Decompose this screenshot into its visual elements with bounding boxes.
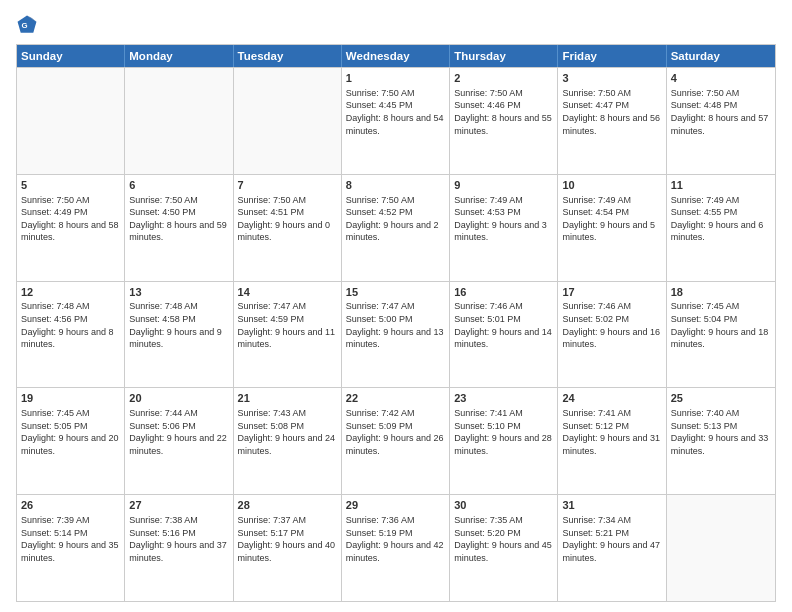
cell-info: Sunrise: 7:50 AM bbox=[346, 194, 445, 207]
cell-info: Sunset: 5:20 PM bbox=[454, 527, 553, 540]
cell-info: Sunrise: 7:46 AM bbox=[562, 300, 661, 313]
cell-info: Daylight: 9 hours and 47 minutes. bbox=[562, 539, 661, 564]
cell-info: Sunrise: 7:39 AM bbox=[21, 514, 120, 527]
cell-info: Sunrise: 7:50 AM bbox=[129, 194, 228, 207]
day-number: 11 bbox=[671, 178, 771, 193]
header-day-monday: Monday bbox=[125, 45, 233, 67]
day-number: 22 bbox=[346, 391, 445, 406]
day-number: 4 bbox=[671, 71, 771, 86]
cell-info: Sunset: 5:19 PM bbox=[346, 527, 445, 540]
cell-info: Sunset: 5:06 PM bbox=[129, 420, 228, 433]
cal-cell: 31Sunrise: 7:34 AMSunset: 5:21 PMDayligh… bbox=[558, 495, 666, 601]
cell-info: Sunrise: 7:35 AM bbox=[454, 514, 553, 527]
cal-cell: 14Sunrise: 7:47 AMSunset: 4:59 PMDayligh… bbox=[234, 282, 342, 388]
cell-info: Sunrise: 7:37 AM bbox=[238, 514, 337, 527]
cell-info: Sunset: 4:52 PM bbox=[346, 206, 445, 219]
cell-info: Sunrise: 7:50 AM bbox=[238, 194, 337, 207]
day-number: 9 bbox=[454, 178, 553, 193]
cell-info: Daylight: 9 hours and 8 minutes. bbox=[21, 326, 120, 351]
day-number: 3 bbox=[562, 71, 661, 86]
cal-cell bbox=[234, 68, 342, 174]
cal-cell: 1Sunrise: 7:50 AMSunset: 4:45 PMDaylight… bbox=[342, 68, 450, 174]
cell-info: Daylight: 9 hours and 45 minutes. bbox=[454, 539, 553, 564]
day-number: 13 bbox=[129, 285, 228, 300]
cell-info: Sunrise: 7:36 AM bbox=[346, 514, 445, 527]
header-day-sunday: Sunday bbox=[17, 45, 125, 67]
cell-info: Daylight: 9 hours and 3 minutes. bbox=[454, 219, 553, 244]
cell-info: Sunrise: 7:44 AM bbox=[129, 407, 228, 420]
cell-info: Sunset: 4:50 PM bbox=[129, 206, 228, 219]
page: G SundayMondayTuesdayWednesdayThursdayFr… bbox=[0, 0, 792, 612]
day-number: 7 bbox=[238, 178, 337, 193]
cal-cell: 25Sunrise: 7:40 AMSunset: 5:13 PMDayligh… bbox=[667, 388, 775, 494]
day-number: 14 bbox=[238, 285, 337, 300]
day-number: 17 bbox=[562, 285, 661, 300]
cal-cell: 30Sunrise: 7:35 AMSunset: 5:20 PMDayligh… bbox=[450, 495, 558, 601]
cell-info: Sunset: 4:51 PM bbox=[238, 206, 337, 219]
cell-info: Sunset: 5:08 PM bbox=[238, 420, 337, 433]
cell-info: Daylight: 8 hours and 57 minutes. bbox=[671, 112, 771, 137]
day-number: 26 bbox=[21, 498, 120, 513]
cal-cell: 3Sunrise: 7:50 AMSunset: 4:47 PMDaylight… bbox=[558, 68, 666, 174]
cell-info: Sunrise: 7:38 AM bbox=[129, 514, 228, 527]
day-number: 31 bbox=[562, 498, 661, 513]
cell-info: Sunset: 4:48 PM bbox=[671, 99, 771, 112]
cell-info: Daylight: 8 hours and 56 minutes. bbox=[562, 112, 661, 137]
logo: G bbox=[16, 14, 42, 36]
cell-info: Daylight: 9 hours and 42 minutes. bbox=[346, 539, 445, 564]
cal-cell: 27Sunrise: 7:38 AMSunset: 5:16 PMDayligh… bbox=[125, 495, 233, 601]
cal-cell: 10Sunrise: 7:49 AMSunset: 4:54 PMDayligh… bbox=[558, 175, 666, 281]
cal-cell: 20Sunrise: 7:44 AMSunset: 5:06 PMDayligh… bbox=[125, 388, 233, 494]
cal-cell: 29Sunrise: 7:36 AMSunset: 5:19 PMDayligh… bbox=[342, 495, 450, 601]
cell-info: Sunrise: 7:34 AM bbox=[562, 514, 661, 527]
cell-info: Sunset: 5:01 PM bbox=[454, 313, 553, 326]
cell-info: Sunrise: 7:47 AM bbox=[238, 300, 337, 313]
cell-info: Sunset: 5:16 PM bbox=[129, 527, 228, 540]
day-number: 29 bbox=[346, 498, 445, 513]
cell-info: Sunrise: 7:50 AM bbox=[454, 87, 553, 100]
cell-info: Daylight: 9 hours and 5 minutes. bbox=[562, 219, 661, 244]
day-number: 20 bbox=[129, 391, 228, 406]
calendar-body: 1Sunrise: 7:50 AMSunset: 4:45 PMDaylight… bbox=[17, 67, 775, 601]
cell-info: Daylight: 9 hours and 31 minutes. bbox=[562, 432, 661, 457]
cell-info: Daylight: 9 hours and 11 minutes. bbox=[238, 326, 337, 351]
cal-cell: 16Sunrise: 7:46 AMSunset: 5:01 PMDayligh… bbox=[450, 282, 558, 388]
cell-info: Daylight: 9 hours and 18 minutes. bbox=[671, 326, 771, 351]
cell-info: Sunset: 4:56 PM bbox=[21, 313, 120, 326]
cell-info: Sunset: 5:00 PM bbox=[346, 313, 445, 326]
day-number: 27 bbox=[129, 498, 228, 513]
cell-info: Sunset: 4:49 PM bbox=[21, 206, 120, 219]
cal-cell: 11Sunrise: 7:49 AMSunset: 4:55 PMDayligh… bbox=[667, 175, 775, 281]
cell-info: Daylight: 9 hours and 13 minutes. bbox=[346, 326, 445, 351]
cell-info: Daylight: 9 hours and 20 minutes. bbox=[21, 432, 120, 457]
cal-cell: 21Sunrise: 7:43 AMSunset: 5:08 PMDayligh… bbox=[234, 388, 342, 494]
day-number: 12 bbox=[21, 285, 120, 300]
day-number: 23 bbox=[454, 391, 553, 406]
week-row-3: 12Sunrise: 7:48 AMSunset: 4:56 PMDayligh… bbox=[17, 281, 775, 388]
header: G bbox=[16, 14, 776, 36]
cell-info: Sunset: 5:04 PM bbox=[671, 313, 771, 326]
day-number: 25 bbox=[671, 391, 771, 406]
cal-cell: 18Sunrise: 7:45 AMSunset: 5:04 PMDayligh… bbox=[667, 282, 775, 388]
cell-info: Sunset: 4:54 PM bbox=[562, 206, 661, 219]
calendar: SundayMondayTuesdayWednesdayThursdayFrid… bbox=[16, 44, 776, 602]
day-number: 5 bbox=[21, 178, 120, 193]
cell-info: Sunset: 4:47 PM bbox=[562, 99, 661, 112]
cell-info: Daylight: 9 hours and 14 minutes. bbox=[454, 326, 553, 351]
cell-info: Sunrise: 7:40 AM bbox=[671, 407, 771, 420]
week-row-1: 1Sunrise: 7:50 AMSunset: 4:45 PMDaylight… bbox=[17, 67, 775, 174]
cell-info: Daylight: 8 hours and 55 minutes. bbox=[454, 112, 553, 137]
cell-info: Sunrise: 7:50 AM bbox=[562, 87, 661, 100]
header-day-thursday: Thursday bbox=[450, 45, 558, 67]
cell-info: Sunrise: 7:48 AM bbox=[21, 300, 120, 313]
cal-cell: 2Sunrise: 7:50 AMSunset: 4:46 PMDaylight… bbox=[450, 68, 558, 174]
cell-info: Sunrise: 7:50 AM bbox=[346, 87, 445, 100]
cal-cell: 28Sunrise: 7:37 AMSunset: 5:17 PMDayligh… bbox=[234, 495, 342, 601]
cell-info: Sunset: 4:45 PM bbox=[346, 99, 445, 112]
cal-cell: 23Sunrise: 7:41 AMSunset: 5:10 PMDayligh… bbox=[450, 388, 558, 494]
cell-info: Sunrise: 7:45 AM bbox=[21, 407, 120, 420]
cell-info: Sunrise: 7:42 AM bbox=[346, 407, 445, 420]
cal-cell: 4Sunrise: 7:50 AMSunset: 4:48 PMDaylight… bbox=[667, 68, 775, 174]
day-number: 1 bbox=[346, 71, 445, 86]
day-number: 16 bbox=[454, 285, 553, 300]
